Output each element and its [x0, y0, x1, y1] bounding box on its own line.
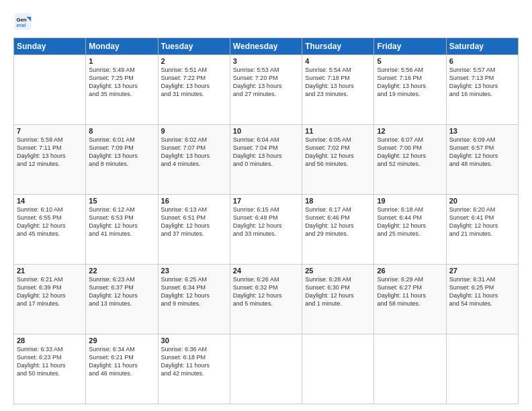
day-number: 30 [161, 336, 227, 345]
day-info: Sunrise: 6:21 AM Sunset: 6:39 PM Dayligh… [17, 275, 83, 308]
calendar-cell: 5Sunrise: 5:56 AM Sunset: 7:16 PM Daylig… [374, 55, 446, 125]
calendar-cell: 14Sunrise: 6:10 AM Sunset: 6:55 PM Dayli… [14, 195, 86, 265]
day-info: Sunrise: 6:31 AM Sunset: 6:25 PM Dayligh… [449, 275, 515, 308]
day-info: Sunrise: 6:17 AM Sunset: 6:46 PM Dayligh… [305, 205, 371, 238]
day-info: Sunrise: 6:18 AM Sunset: 6:44 PM Dayligh… [377, 205, 443, 238]
day-info: Sunrise: 5:51 AM Sunset: 7:22 PM Dayligh… [161, 66, 227, 99]
day-info: Sunrise: 6:15 AM Sunset: 6:48 PM Dayligh… [233, 205, 299, 238]
day-info: Sunrise: 6:02 AM Sunset: 7:07 PM Dayligh… [161, 136, 227, 169]
day-info: Sunrise: 6:29 AM Sunset: 6:27 PM Dayligh… [377, 275, 443, 308]
day-number: 15 [89, 197, 154, 205]
day-info: Sunrise: 6:23 AM Sunset: 6:37 PM Dayligh… [89, 275, 154, 308]
day-number: 21 [17, 267, 83, 275]
day-number: 3 [233, 57, 299, 65]
day-number: 22 [89, 267, 154, 275]
day-info: Sunrise: 6:01 AM Sunset: 7:09 PM Dayligh… [89, 136, 154, 169]
page: Gen eral SundayMondayTuesdayWednesdayThu… [0, 0, 532, 411]
day-info: Sunrise: 5:54 AM Sunset: 7:18 PM Dayligh… [305, 66, 371, 99]
calendar-cell [374, 334, 446, 404]
calendar-cell: 17Sunrise: 6:15 AM Sunset: 6:48 PM Dayli… [230, 195, 302, 265]
calendar-cell: 24Sunrise: 6:26 AM Sunset: 6:32 PM Dayli… [230, 265, 302, 334]
day-number: 25 [305, 267, 371, 275]
calendar-cell [230, 334, 302, 404]
weekday-header-saturday: Saturday [446, 38, 518, 55]
calendar-cell: 3Sunrise: 5:53 AM Sunset: 7:20 PM Daylig… [230, 55, 302, 125]
day-number: 20 [449, 197, 515, 205]
calendar-week-1: 1Sunrise: 5:49 AM Sunset: 7:25 PM Daylig… [14, 55, 519, 125]
day-info: Sunrise: 6:28 AM Sunset: 6:30 PM Dayligh… [305, 275, 371, 308]
calendar-cell: 20Sunrise: 6:20 AM Sunset: 6:41 PM Dayli… [446, 195, 518, 265]
logo-icon: Gen eral [13, 12, 32, 31]
day-info: Sunrise: 6:04 AM Sunset: 7:04 PM Dayligh… [233, 136, 299, 169]
calendar-cell: 30Sunrise: 6:36 AM Sunset: 6:18 PM Dayli… [158, 334, 230, 404]
calendar-cell [446, 334, 518, 404]
calendar-cell: 12Sunrise: 6:07 AM Sunset: 7:00 PM Dayli… [374, 125, 446, 195]
day-info: Sunrise: 6:34 AM Sunset: 6:21 PM Dayligh… [89, 345, 154, 378]
calendar-cell: 25Sunrise: 6:28 AM Sunset: 6:30 PM Dayli… [302, 265, 374, 334]
calendar-cell: 22Sunrise: 6:23 AM Sunset: 6:37 PM Dayli… [86, 265, 158, 334]
weekday-header-sunday: Sunday [14, 38, 86, 55]
day-number: 27 [449, 267, 515, 275]
day-info: Sunrise: 6:10 AM Sunset: 6:55 PM Dayligh… [17, 205, 83, 238]
day-info: Sunrise: 6:36 AM Sunset: 6:18 PM Dayligh… [161, 345, 227, 378]
calendar-cell [14, 55, 86, 125]
calendar-week-4: 21Sunrise: 6:21 AM Sunset: 6:39 PM Dayli… [14, 265, 519, 334]
calendar-cell: 13Sunrise: 6:09 AM Sunset: 6:57 PM Dayli… [446, 125, 518, 195]
day-info: Sunrise: 5:56 AM Sunset: 7:16 PM Dayligh… [377, 66, 443, 99]
day-number: 4 [305, 57, 371, 65]
calendar-cell: 16Sunrise: 6:13 AM Sunset: 6:51 PM Dayli… [158, 195, 230, 265]
day-number: 17 [233, 197, 299, 205]
calendar-cell: 1Sunrise: 5:49 AM Sunset: 7:25 PM Daylig… [86, 55, 158, 125]
calendar-cell: 6Sunrise: 5:57 AM Sunset: 7:13 PM Daylig… [446, 55, 518, 125]
day-info: Sunrise: 5:57 AM Sunset: 7:13 PM Dayligh… [449, 66, 515, 99]
calendar-cell: 11Sunrise: 6:05 AM Sunset: 7:02 PM Dayli… [302, 125, 374, 195]
day-number: 13 [449, 127, 515, 135]
weekday-header-friday: Friday [374, 38, 446, 55]
weekday-header-monday: Monday [86, 38, 158, 55]
day-info: Sunrise: 5:49 AM Sunset: 7:25 PM Dayligh… [89, 66, 154, 99]
calendar-cell: 19Sunrise: 6:18 AM Sunset: 6:44 PM Dayli… [374, 195, 446, 265]
day-number: 12 [377, 127, 443, 135]
logo: Gen eral [13, 12, 35, 31]
svg-text:eral: eral [16, 22, 26, 28]
calendar-table: SundayMondayTuesdayWednesdayThursdayFrid… [13, 38, 519, 404]
day-info: Sunrise: 6:13 AM Sunset: 6:51 PM Dayligh… [161, 205, 227, 238]
day-number: 9 [161, 127, 227, 135]
calendar-cell: 10Sunrise: 6:04 AM Sunset: 7:04 PM Dayli… [230, 125, 302, 195]
calendar-week-2: 7Sunrise: 5:59 AM Sunset: 7:11 PM Daylig… [14, 125, 519, 195]
calendar-cell: 2Sunrise: 5:51 AM Sunset: 7:22 PM Daylig… [158, 55, 230, 125]
day-number: 29 [89, 336, 154, 345]
day-number: 5 [377, 57, 443, 65]
day-info: Sunrise: 6:05 AM Sunset: 7:02 PM Dayligh… [305, 136, 371, 169]
calendar-cell: 28Sunrise: 6:33 AM Sunset: 6:23 PM Dayli… [14, 334, 86, 404]
calendar-cell: 7Sunrise: 5:59 AM Sunset: 7:11 PM Daylig… [14, 125, 86, 195]
calendar-week-3: 14Sunrise: 6:10 AM Sunset: 6:55 PM Dayli… [14, 195, 519, 265]
calendar-cell: 4Sunrise: 5:54 AM Sunset: 7:18 PM Daylig… [302, 55, 374, 125]
calendar-cell: 23Sunrise: 6:25 AM Sunset: 6:34 PM Dayli… [158, 265, 230, 334]
calendar-cell: 15Sunrise: 6:12 AM Sunset: 6:53 PM Dayli… [86, 195, 158, 265]
day-number: 28 [17, 336, 83, 345]
calendar-cell: 29Sunrise: 6:34 AM Sunset: 6:21 PM Dayli… [86, 334, 158, 404]
day-number: 23 [161, 267, 227, 275]
day-info: Sunrise: 6:33 AM Sunset: 6:23 PM Dayligh… [17, 345, 83, 378]
weekday-header-wednesday: Wednesday [230, 38, 302, 55]
weekday-header-tuesday: Tuesday [158, 38, 230, 55]
day-number: 26 [377, 267, 443, 275]
day-number: 16 [161, 197, 227, 205]
day-info: Sunrise: 6:25 AM Sunset: 6:34 PM Dayligh… [161, 275, 227, 308]
day-number: 14 [17, 197, 83, 205]
day-number: 10 [233, 127, 299, 135]
calendar-cell: 18Sunrise: 6:17 AM Sunset: 6:46 PM Dayli… [302, 195, 374, 265]
calendar-cell: 21Sunrise: 6:21 AM Sunset: 6:39 PM Dayli… [14, 265, 86, 334]
day-number: 7 [17, 127, 83, 135]
day-number: 24 [233, 267, 299, 275]
day-number: 1 [89, 57, 154, 65]
weekday-header-thursday: Thursday [302, 38, 374, 55]
day-number: 2 [161, 57, 227, 65]
day-info: Sunrise: 5:59 AM Sunset: 7:11 PM Dayligh… [17, 136, 83, 169]
calendar-week-5: 28Sunrise: 6:33 AM Sunset: 6:23 PM Dayli… [14, 334, 519, 404]
calendar-cell [302, 334, 374, 404]
day-info: Sunrise: 6:07 AM Sunset: 7:00 PM Dayligh… [377, 136, 443, 169]
calendar-cell: 27Sunrise: 6:31 AM Sunset: 6:25 PM Dayli… [446, 265, 518, 334]
day-number: 18 [305, 197, 371, 205]
